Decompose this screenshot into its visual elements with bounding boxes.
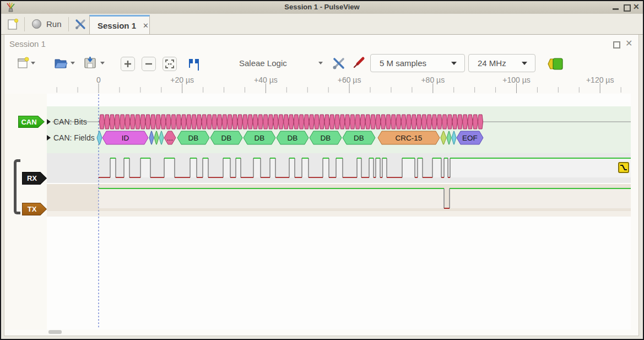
open-file-icon[interactable] [53,55,68,71]
sample-rate-dropdown-icon [522,62,527,65]
new-view-icon[interactable] [17,56,30,69]
titlebar: Session 1 - PulseView ✕ [0,0,644,14]
row-expand-icon-fields[interactable] [47,135,51,141]
window-title: Session 1 - PulseView [0,0,644,14]
channel-tag-tx[interactable]: TX [22,203,47,215]
channel-tag-tx-label: TX [23,203,46,215]
run-status-icon [32,19,41,29]
save-dropdown-icon[interactable] [100,62,105,64]
sample-rate-value: 24 MHz [478,58,506,68]
save-icon[interactable] [83,55,98,71]
horizontal-scrollbar-thumb[interactable] [48,330,62,334]
dock-title: Session 1 [9,39,46,48]
new-session-icon[interactable] [7,18,20,31]
minimize-button[interactable] [613,8,619,10]
run-button[interactable]: Run [32,17,62,31]
tab-close-icon[interactable]: ✕ [143,21,149,30]
decoder-band [47,106,631,153]
maximize-button[interactable] [624,4,631,12]
device-dropdown-icon[interactable] [318,62,323,64]
pulseview-window: Session 1 - PulseView ✕ Run Session 1 ✕ … [0,0,644,340]
zoom-to-edges-icon[interactable] [186,56,202,71]
channel-tag-rx-label: RX [23,172,46,184]
channels-config-icon[interactable] [331,55,347,72]
sample-count-dropdown-icon [451,62,457,65]
row-expand-icon-bits[interactable] [47,119,51,125]
zoom-out-icon [142,57,156,71]
dock-undock-icon[interactable] [613,41,620,48]
sample-count-value: 5 M samples [380,58,426,68]
new-view-dropdown-icon[interactable] [31,62,35,64]
zoom-in-icon [121,57,135,71]
decoder-tag-can[interactable]: CAN [18,116,45,128]
channel-group-bracket [14,159,20,214]
dock-close-icon[interactable]: ✕ [625,38,632,48]
close-button[interactable]: ✕ [633,2,640,11]
row-label-can-bits: CAN: Bits [53,117,87,126]
rx-band [47,153,631,183]
trigger-marker[interactable] [618,162,629,173]
open-dropdown-icon[interactable] [71,62,75,64]
device-selector[interactable]: Saleae Logic [239,55,287,72]
sample-rate-select[interactable]: 24 MHz [468,54,535,72]
row-label-can-fields: CAN: Fields [53,133,95,142]
run-label: Run [46,19,62,29]
sample-count-select[interactable]: 5 M samples [370,54,465,72]
settings-wrench-icon[interactable] [74,18,87,31]
toolbar-separator [68,17,69,31]
falling-edge-icon [619,163,628,172]
tab-label: Session 1 [98,21,136,30]
add-decoder-icon[interactable] [545,57,564,71]
tx-band [47,184,631,211]
tab-session-1[interactable]: Session 1 ✕ [89,15,150,34]
tx-band-footer [47,211,631,217]
probe-icon[interactable] [350,55,366,72]
channel-tag-rx[interactable]: RX [22,172,47,185]
zoom-fit-icon [163,57,177,71]
toolbar-separator [24,17,25,31]
